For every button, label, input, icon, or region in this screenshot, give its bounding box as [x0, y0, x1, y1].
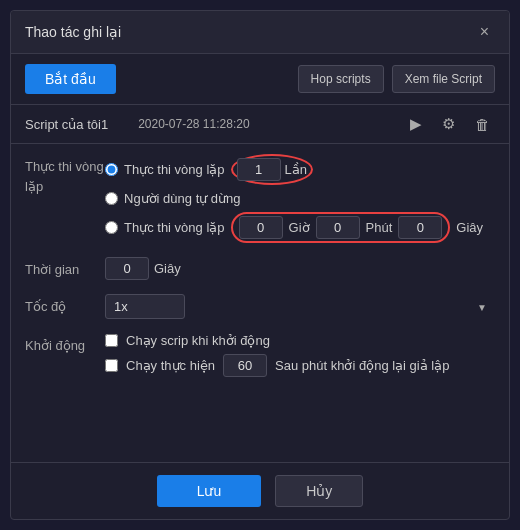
startup-checkbox1-row: Chạy scrip khi khởi động	[105, 333, 495, 348]
startup-checkbox2-input[interactable]	[223, 354, 267, 377]
loop-group: Thực thi vòng lặp Thực thi vòng lặp Lần …	[25, 154, 495, 243]
loop-option1-unit: Lần	[285, 162, 307, 177]
loop-option3-circle: Giờ Phút	[231, 212, 451, 243]
script-name: Script của tôi1	[25, 117, 108, 132]
startup-checkbox1-label: Chạy scrip khi khởi động	[126, 333, 270, 348]
content-area: Thực thi vòng lặp Thực thi vòng lặp Lần …	[11, 144, 509, 462]
loop-option3-seconds-input[interactable]	[398, 216, 442, 239]
loop-option3-minutes-input[interactable]	[316, 216, 360, 239]
loop-option2-row: Người dùng tự dừng	[105, 191, 495, 206]
loop-controls: Thực thi vòng lặp Lần Người dùng tự dừng…	[105, 154, 495, 243]
time-input[interactable]	[105, 257, 149, 280]
loop-option2-label: Người dùng tự dừng	[124, 191, 241, 206]
hop-scripts-button[interactable]: Hop scripts	[298, 65, 384, 93]
loop-option1-circle: Lần	[231, 154, 313, 185]
loop-option1-label: Thực thi vòng lặp	[124, 162, 225, 177]
loop-option1-radio[interactable]	[105, 163, 118, 176]
speed-group: Tốc độ 1x 2x 0.5x	[25, 294, 495, 319]
time-label: Thời gian	[25, 257, 105, 280]
loop-option3-row: Thực thi vòng lặp Giờ Phút Giây	[105, 212, 495, 243]
cancel-button[interactable]: Hủy	[275, 475, 363, 507]
toolbar: Bắt đầu Hop scripts Xem file Script	[11, 54, 509, 105]
loop-option3-radio[interactable]	[105, 221, 118, 234]
speed-controls: 1x 2x 0.5x	[105, 294, 495, 319]
loop-option2-radio[interactable]	[105, 192, 118, 205]
loop-option1-input[interactable]	[237, 158, 281, 181]
startup-checkbox2[interactable]	[105, 359, 118, 372]
footer: Lưu Hủy	[11, 462, 509, 519]
time-unit: Giây	[154, 261, 181, 276]
save-button[interactable]: Lưu	[157, 475, 262, 507]
delete-script-button[interactable]: 🗑	[470, 114, 495, 135]
play-script-button[interactable]: ▶	[405, 113, 427, 135]
time-row: Giây	[105, 257, 495, 280]
title-bar: Thao tác ghi lại ×	[11, 11, 509, 54]
speed-select-wrapper: 1x 2x 0.5x	[105, 294, 495, 319]
speed-select[interactable]: 1x 2x 0.5x	[105, 294, 185, 319]
loop-option1-row: Thực thi vòng lặp Lần	[105, 154, 495, 185]
loop-option3-label: Thực thi vòng lặp	[124, 220, 225, 235]
close-button[interactable]: ×	[474, 21, 495, 43]
startup-group: Khởi động Chạy scrip khi khởi động Chạy …	[25, 333, 495, 377]
loop-label: Thực thi vòng lặp	[25, 154, 105, 196]
dialog: Thao tác ghi lại × Bắt đầu Hop scripts X…	[10, 10, 510, 520]
loop-option3-hours-input[interactable]	[239, 216, 283, 239]
startup-controls: Chạy scrip khi khởi động Chạy thực hiện …	[105, 333, 495, 377]
startup-label: Khởi động	[25, 333, 105, 356]
script-row: Script của tôi1 2020-07-28 11:28:20 ▶ ⚙ …	[11, 105, 509, 144]
startup-checkbox1[interactable]	[105, 334, 118, 347]
startup-checkbox2-suffix: Sau phút khởi động lại giả lập	[275, 358, 449, 373]
settings-script-button[interactable]: ⚙	[437, 113, 460, 135]
dialog-title: Thao tác ghi lại	[25, 24, 121, 40]
time-group: Thời gian Giây	[25, 257, 495, 280]
speed-label: Tốc độ	[25, 294, 105, 317]
loop-option3-minutes-unit: Phút	[366, 220, 393, 235]
loop-option3-seconds-unit: Giây	[456, 220, 483, 235]
start-button[interactable]: Bắt đầu	[25, 64, 116, 94]
script-date: 2020-07-28 11:28:20	[138, 117, 395, 131]
loop-option3-hours-unit: Giờ	[289, 220, 310, 235]
time-controls: Giây	[105, 257, 495, 280]
startup-checkbox2-label: Chạy thực hiện	[126, 358, 215, 373]
view-script-button[interactable]: Xem file Script	[392, 65, 495, 93]
startup-checkbox2-row: Chạy thực hiện Sau phút khởi động lại gi…	[105, 354, 495, 377]
